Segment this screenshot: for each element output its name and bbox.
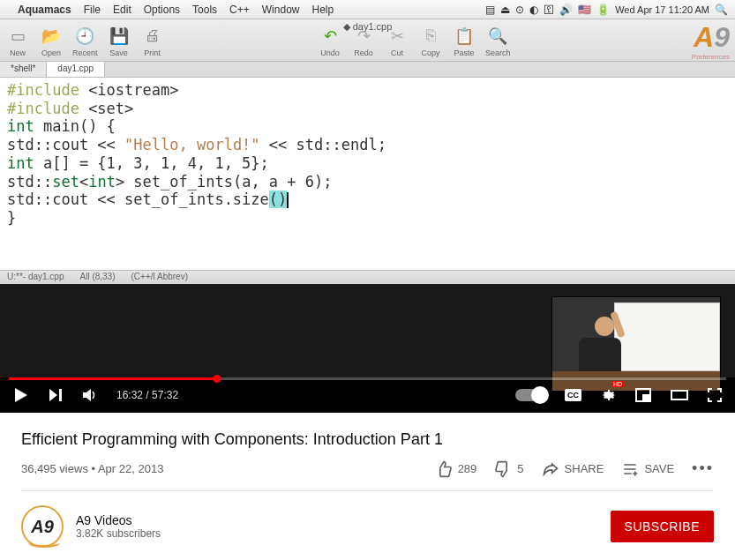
svg-rect-6 bbox=[671, 391, 687, 399]
editor-tabs: *shell* day1.cpp bbox=[0, 62, 735, 78]
next-icon[interactable] bbox=[48, 387, 64, 403]
settings-icon[interactable]: HD bbox=[599, 386, 617, 404]
menu-options: Options bbox=[144, 4, 180, 16]
prefs-label: Preferences bbox=[692, 53, 730, 61]
channel-name[interactable]: A9 Videos bbox=[76, 513, 161, 527]
emacs-statusbar: U:**- day1.cpp All (8,33) (C++/l Abbrev) bbox=[0, 270, 735, 284]
wifi-icon: ⚿ bbox=[544, 4, 554, 16]
like-button[interactable]: 289 bbox=[435, 460, 477, 478]
tool-redo: ↷Redo bbox=[351, 24, 376, 57]
play-icon[interactable] bbox=[12, 386, 30, 404]
svg-marker-1 bbox=[49, 389, 57, 401]
flag-icon: 🇺🇸 bbox=[578, 4, 591, 16]
tab-shell: *shell* bbox=[0, 62, 47, 77]
emacs-toolbar: ◆ day1.cpp ▭New 📂Open 🕘Recent 💾Save 🖨Pri… bbox=[0, 19, 735, 62]
dislike-button[interactable]: 5 bbox=[494, 460, 523, 478]
tool-new: ▭New bbox=[5, 24, 30, 57]
subscribe-button[interactable]: SUBSCRIBE bbox=[611, 511, 714, 542]
time-display: 16:32 / 57:32 bbox=[116, 389, 178, 401]
volume-icon: 🔊 bbox=[559, 4, 573, 16]
share-button[interactable]: SHARE bbox=[542, 460, 604, 478]
theater-icon[interactable] bbox=[670, 387, 689, 403]
menu-cpp: C++ bbox=[229, 4, 250, 16]
miniplayer-icon[interactable] bbox=[634, 386, 652, 404]
autoplay-toggle[interactable] bbox=[515, 389, 547, 401]
tool-cut: ✂Cut bbox=[385, 24, 409, 57]
tool-open: 📂Open bbox=[39, 24, 64, 57]
mac-menubar: Aquamacs File Edit Options Tools C++ Win… bbox=[0, 0, 735, 19]
save-button[interactable]: SAVE bbox=[621, 460, 674, 478]
menu-tools: Tools bbox=[192, 4, 217, 16]
status-buffer: U:**- day1.cpp bbox=[7, 272, 64, 283]
hd-badge: HD bbox=[611, 381, 624, 387]
channel-subs: 3.82K subscribers bbox=[76, 527, 161, 540]
a9-logo: A9 bbox=[694, 21, 730, 54]
code-editor: #include <iostream> #include <set> int m… bbox=[0, 78, 735, 270]
status-mode: (C++/l Abbrev) bbox=[131, 272, 188, 283]
cc-button[interactable]: CC bbox=[565, 389, 581, 401]
video-meta: 36,495 views • Apr 22, 2013 bbox=[21, 462, 163, 475]
video-title: Efficient Programming with Components: I… bbox=[21, 430, 714, 449]
player-controls: 16:32 / 57:32 CC HD bbox=[0, 377, 735, 413]
menubar-icon: ⏏ bbox=[500, 4, 510, 16]
fullscreen-icon[interactable] bbox=[707, 387, 723, 403]
tool-undo: ↶Undo bbox=[318, 24, 342, 57]
volume-icon[interactable] bbox=[81, 386, 99, 404]
more-button[interactable]: ••• bbox=[692, 459, 714, 478]
emacs-window: Aquamacs File Edit Options Tools C++ Win… bbox=[0, 0, 735, 284]
menu-help: Help bbox=[311, 4, 334, 16]
menubar-icon: ◐ bbox=[529, 4, 538, 16]
menu-edit: Edit bbox=[113, 4, 131, 16]
status-position: All (8,33) bbox=[79, 272, 115, 283]
tool-recent: 🕘Recent bbox=[72, 24, 98, 57]
channel-avatar[interactable]: A9 bbox=[21, 505, 64, 548]
video-player[interactable]: Aquamacs File Edit Options Tools C++ Win… bbox=[0, 0, 735, 413]
tool-search: 🔍Search bbox=[485, 24, 511, 57]
text-cursor bbox=[287, 192, 289, 208]
menubar-icon: ▤ bbox=[485, 4, 495, 16]
video-info: Efficient Programming with Components: I… bbox=[0, 413, 735, 548]
menubar-icon: ⊙ bbox=[515, 4, 524, 16]
menubar-clock: Wed Apr 17 11:20 AM bbox=[615, 4, 709, 15]
menu-window: Window bbox=[262, 4, 300, 16]
battery-icon: 🔋 bbox=[596, 4, 610, 16]
svg-rect-5 bbox=[643, 395, 649, 400]
tab-day1: day1.cpp bbox=[47, 62, 105, 77]
tool-copy: ⎘Copy bbox=[418, 24, 443, 57]
svg-marker-0 bbox=[15, 388, 27, 402]
tool-print: 🖨Print bbox=[140, 24, 165, 57]
menu-file: File bbox=[84, 4, 101, 16]
tool-paste: 📋Paste bbox=[452, 24, 476, 57]
app-name: Aquamacs bbox=[18, 4, 71, 16]
spotlight-icon: 🔍 bbox=[715, 4, 728, 16]
tool-save: 💾Save bbox=[107, 24, 131, 57]
svg-rect-2 bbox=[59, 389, 62, 401]
svg-marker-3 bbox=[83, 389, 91, 401]
